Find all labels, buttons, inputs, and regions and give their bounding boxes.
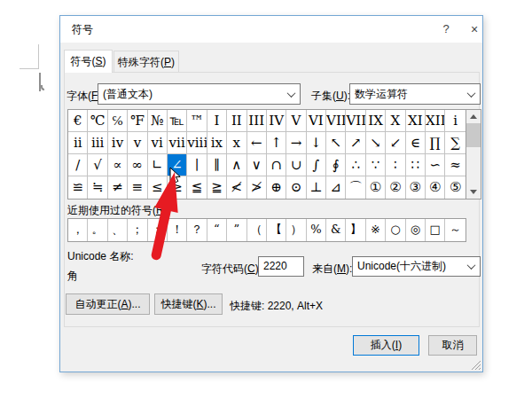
symbol-cell[interactable]: ⊿ — [326, 176, 346, 199]
symbol-cell[interactable]: ↓ — [307, 132, 326, 154]
symbol-cell[interactable]: ≠ — [108, 176, 128, 199]
symbol-cell[interactable]: ∈ — [406, 132, 426, 154]
symbol-cell[interactable]: ≥ — [168, 176, 187, 199]
symbol-cell[interactable]: ∶ — [386, 154, 405, 176]
help-button[interactable]: ? — [436, 16, 456, 43]
symbol-cell[interactable]: ↘ — [366, 132, 386, 154]
symbol-cell[interactable]: ⑤ — [445, 176, 465, 199]
scrollbar-thumb[interactable] — [466, 123, 481, 147]
symbol-cell[interactable]: ≌ — [68, 176, 88, 199]
symbol-cell[interactable]: X — [386, 110, 405, 132]
symbol-cell[interactable]: x — [227, 132, 246, 154]
symbol-cell[interactable]: VIII — [346, 110, 365, 132]
symbol-cell[interactable]: € — [68, 110, 88, 132]
symbol-cell[interactable]: ∨ — [247, 154, 267, 176]
symbol-cell[interactable]: ∽ — [426, 154, 445, 176]
symbol-cell[interactable]: ∥ — [207, 154, 227, 176]
symbol-cell[interactable]: VII — [326, 110, 346, 132]
symbol-cell[interactable]: ∑ — [445, 132, 465, 154]
recent-symbol-cell[interactable]: ？ — [187, 219, 207, 241]
symbol-cell[interactable]: ∣ — [187, 154, 207, 176]
symbol-cell[interactable]: XII — [426, 110, 445, 132]
close-icon[interactable]: × — [465, 16, 484, 43]
symbol-cell[interactable]: ∕ — [68, 154, 88, 176]
symbol-cell[interactable]: ≈ — [445, 154, 465, 176]
symbol-cell[interactable]: ∧ — [227, 154, 246, 176]
symbol-cell[interactable]: ∟ — [148, 154, 168, 176]
recent-symbol-cell[interactable]: （ — [247, 219, 267, 241]
scrollbar-down-icon[interactable] — [466, 185, 481, 199]
tab-special-characters[interactable]: 特殊字符(P) — [113, 51, 179, 73]
scrollbar-up-icon[interactable] — [466, 110, 481, 123]
symbol-cell[interactable]: ≮ — [227, 176, 246, 199]
symbol-cell-selected[interactable]: ∠ — [168, 154, 187, 176]
symbol-cell[interactable]: ② — [386, 176, 405, 199]
recent-symbol-cell[interactable]: ～ — [445, 219, 465, 241]
resize-grip-icon[interactable] — [470, 359, 481, 370]
symbol-cell[interactable]: ii — [68, 132, 88, 154]
chevron-down-icon[interactable] — [463, 257, 480, 276]
symbol-cell[interactable]: ⌒ — [346, 176, 365, 199]
symbol-cell[interactable]: i — [445, 110, 465, 132]
symbol-cell[interactable]: III — [247, 110, 267, 132]
symbol-cell[interactable]: V — [286, 110, 306, 132]
recent-symbol-cell[interactable]: “ — [207, 219, 227, 241]
recent-symbol-cell[interactable]: ， — [68, 219, 88, 241]
tab-symbols[interactable]: 符号(S) — [64, 50, 113, 73]
chevron-down-icon[interactable] — [463, 84, 480, 104]
chevron-down-icon[interactable] — [283, 84, 300, 104]
symbol-cell[interactable]: ℅ — [108, 110, 128, 132]
symbol-cell[interactable]: iii — [88, 132, 107, 154]
recent-symbol-cell[interactable]: ※ — [366, 219, 386, 241]
symbol-cell[interactable]: ⊙ — [286, 176, 306, 199]
symbol-cell[interactable]: ∷ — [406, 154, 426, 176]
symbol-cell[interactable]: ℡ — [168, 110, 187, 132]
shortcut-key-button[interactable]: 快捷键(K)... — [154, 293, 223, 315]
symbol-cell[interactable]: ∵ — [366, 154, 386, 176]
symbol-cell[interactable]: ① — [366, 176, 386, 199]
symbol-cell[interactable]: vi — [148, 132, 168, 154]
recent-symbol-cell[interactable]: 、 — [108, 219, 128, 241]
symbol-cell[interactable]: ③ — [406, 176, 426, 199]
symbol-cell[interactable]: ≧ — [207, 176, 227, 199]
char-code-input[interactable]: 2220 — [258, 256, 304, 277]
symbol-cell[interactable]: II — [227, 110, 246, 132]
symbol-cell[interactable]: ≯ — [247, 176, 267, 199]
symbol-cell[interactable]: ∞ — [128, 154, 147, 176]
from-combobox[interactable]: Unicode(十六进制) — [352, 256, 481, 277]
symbol-cell[interactable]: ≤ — [148, 176, 168, 199]
symbol-cell[interactable]: ⊥ — [307, 176, 326, 199]
symbol-cell[interactable]: ∪ — [286, 154, 306, 176]
recent-symbol-cell[interactable]: 。 — [88, 219, 107, 241]
symbol-cell[interactable]: ↖ — [326, 132, 346, 154]
recent-symbol-cell[interactable]: 】 — [346, 219, 365, 241]
symbol-cell[interactable]: iv — [108, 132, 128, 154]
symbol-cell[interactable]: ↑ — [267, 132, 286, 154]
symbol-cell[interactable]: ∩ — [267, 154, 286, 176]
symbol-cell[interactable]: ∝ — [108, 154, 128, 176]
symbol-cell[interactable]: XI — [406, 110, 426, 132]
recent-symbol-cell[interactable]: ； — [128, 219, 147, 241]
symbol-cell[interactable]: № — [148, 110, 168, 132]
recent-symbol-cell[interactable]: 【 — [267, 219, 286, 241]
recent-symbol-cell[interactable]: ） — [286, 219, 306, 241]
symbol-cell[interactable]: ⊕ — [267, 176, 286, 199]
symbol-cell[interactable]: ↙ — [386, 132, 405, 154]
symbol-cell[interactable]: ≡ — [128, 176, 147, 199]
symbol-cell[interactable]: ④ — [426, 176, 445, 199]
autocorrect-button[interactable]: 自动更正(A)... — [66, 293, 150, 315]
symbol-cell[interactable]: ℉ — [128, 110, 147, 132]
symbol-cell[interactable]: → — [286, 132, 306, 154]
recent-symbol-cell[interactable]: % — [307, 219, 326, 241]
symbol-cell[interactable]: ∏ — [426, 132, 445, 154]
subset-combobox[interactable]: 数学运算符 — [349, 83, 481, 105]
recent-symbol-cell[interactable]: ！ — [168, 219, 187, 241]
recent-symbol-cell[interactable]: ： — [148, 219, 168, 241]
symbol-cell[interactable]: √ — [88, 154, 107, 176]
recent-symbol-cell[interactable]: □ — [426, 219, 445, 241]
symbol-cell[interactable]: ≒ — [88, 176, 107, 199]
font-combobox[interactable]: (普通文本) — [98, 83, 301, 105]
symbol-cell[interactable]: viii — [187, 132, 207, 154]
insert-button[interactable]: 插入(I) — [353, 335, 419, 356]
symbol-cell[interactable]: ℃ — [88, 110, 107, 132]
